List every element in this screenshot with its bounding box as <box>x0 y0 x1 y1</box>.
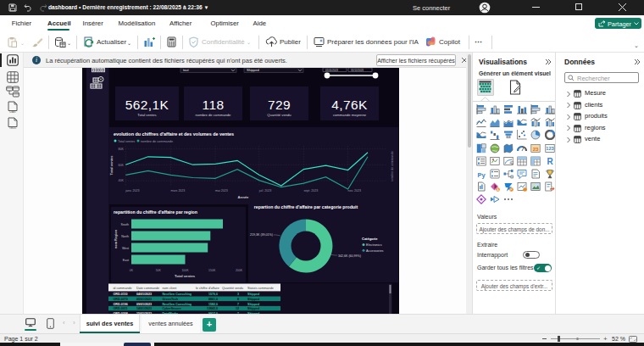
svg-text:juil. 2023: juil. 2023 <box>258 189 271 193</box>
svg-text:commande moyenne: commande moyenne <box>333 113 367 117</box>
svg-text:342,6K (60,99%): 342,6K (60,99%) <box>338 254 361 258</box>
svg-text:DAX: DAX <box>9 110 16 114</box>
svg-text:nombre de commande: nombre de commande <box>196 113 232 117</box>
svg-text:09/01/2023: 09/01/2023 <box>136 303 152 306</box>
svg-text:Catégorie: Catégorie <box>362 237 378 241</box>
svg-text:NextGen Consulting: NextGen Consulting <box>163 303 192 306</box>
svg-text:Accessories: Accessories <box>366 249 384 253</box>
svg-text:R: R <box>547 157 553 166</box>
svg-text:nov. 2023: nov. 2023 <box>348 189 362 193</box>
svg-text:Shipped: Shipped <box>247 303 259 306</box>
svg-text:mai 2023: mai 2023 <box>215 189 228 193</box>
svg-text:Electronics: Electronics <box>366 243 382 247</box>
svg-text:Total ventes: Total ventes <box>137 113 156 117</box>
svg-text:04/01/2023: 04/01/2023 <box>136 293 152 296</box>
svg-text:200K: 200K <box>236 269 243 272</box>
svg-text:80K: 80K <box>119 148 125 151</box>
svg-text:118: 118 <box>203 98 225 112</box>
svg-text:nom Region: nom Region <box>114 229 118 248</box>
svg-text:4,76K: 4,76K <box>331 98 368 112</box>
svg-text:NextGen Consulting: NextGen Consulting <box>163 293 192 296</box>
svg-text:219,3K (39,01%): 219,3K (39,01%) <box>250 233 273 237</box>
svg-text:Shipped: Shipped <box>247 293 259 296</box>
svg-text:13842,0: 13842,0 <box>207 307 218 310</box>
svg-text:7: 7 <box>237 303 239 306</box>
svg-text:repartition du chiffre d'affai: repartition du chiffre d'affaire par reg… <box>114 209 197 215</box>
svg-text:Statuts commande: Statuts commande <box>247 287 274 290</box>
svg-text:8: 8 <box>237 298 239 301</box>
svg-text:01/01/2023: 01/01/2023 <box>325 69 338 72</box>
svg-text:Total ventes: Total ventes <box>118 140 135 143</box>
svg-text:1570,0: 1570,0 <box>208 293 218 296</box>
svg-text:60K: 60K <box>119 164 125 167</box>
svg-text:8861,0: 8861,0 <box>208 298 218 301</box>
svg-text:repartion du chiffre d'affaire: repartion du chiffre d'affaire par categ… <box>254 204 358 209</box>
svg-text:123: 123 <box>546 146 553 151</box>
svg-text:0K: 0K <box>130 269 134 272</box>
svg-text:id commande: id commande <box>114 287 132 290</box>
svg-text:150K: 150K <box>208 269 216 272</box>
svg-text:mars 2023: mars 2023 <box>170 189 185 193</box>
svg-text:janv. 2023: janv. 2023 <box>125 189 139 193</box>
svg-text:42: 42 <box>509 160 514 165</box>
svg-text:12: 12 <box>236 307 239 310</box>
svg-text:Quantité vendu: Quantité vendu <box>267 113 291 117</box>
svg-text:evolution du chiffres d'affair: evolution du chiffres d'affaire et des v… <box>114 131 234 137</box>
svg-text:nom client: nom client <box>163 287 177 290</box>
svg-text:ORD-0270: ORD-0270 <box>114 298 128 301</box>
svg-text:A: A <box>497 188 499 192</box>
svg-text:CyberSecure: CyberSecure <box>163 307 181 310</box>
svg-text:sept. 2023: sept. 2023 <box>303 189 318 193</box>
svg-text:ORD-0011: ORD-0011 <box>114 307 128 310</box>
svg-text:100K: 100K <box>181 269 189 272</box>
svg-text:South: South <box>121 223 129 226</box>
svg-text:Py: Py <box>477 171 486 179</box>
svg-text:Shipped: Shipped <box>247 307 259 310</box>
svg-text:Date commande: Date commande <box>136 287 159 290</box>
svg-text:Quantité vendu: Quantité vendu <box>222 287 243 290</box>
svg-text:562,1K: 562,1K <box>125 98 169 112</box>
svg-text:14/01/2023: 14/01/2023 <box>136 307 152 310</box>
svg-text:TMDL: TMDL <box>9 126 17 130</box>
svg-text:tout: tout <box>183 68 190 72</box>
svg-text:Shipped: Shipped <box>247 298 259 301</box>
svg-text:729: 729 <box>268 98 291 112</box>
svg-text:23: 23 <box>533 146 539 151</box>
svg-text:1582,0: 1582,0 <box>208 303 218 306</box>
svg-text:le chiffre d'affaire: le chiffre d'affaire <box>196 287 219 290</box>
svg-text:Total ventes: Total ventes <box>175 274 196 278</box>
svg-text:Total ventes: Total ventes <box>109 155 114 176</box>
svg-text:Shipped: Shipped <box>247 68 259 72</box>
svg-text:West: West <box>122 247 129 250</box>
svg-text:GreenTech: GreenTech <box>163 298 179 301</box>
svg-text:nombre de commande: nombre de commande <box>391 151 394 181</box>
svg-text:ORD-0196: ORD-0196 <box>114 303 128 306</box>
svg-text:East: East <box>123 259 129 262</box>
svg-text:40K: 40K <box>119 179 125 182</box>
svg-text:50K: 50K <box>156 269 162 272</box>
svg-text:nombre de commande: nombre de commande <box>141 140 173 143</box>
svg-text:3: 3 <box>237 293 239 296</box>
svg-text:North: North <box>121 235 129 238</box>
svg-text:Année: Année <box>238 195 249 199</box>
svg-text:ORD-0110: ORD-0110 <box>114 293 128 296</box>
svg-text:31/12/2023: 31/12/2023 <box>351 69 364 72</box>
svg-text:05/01/2023: 05/01/2023 <box>136 298 152 301</box>
